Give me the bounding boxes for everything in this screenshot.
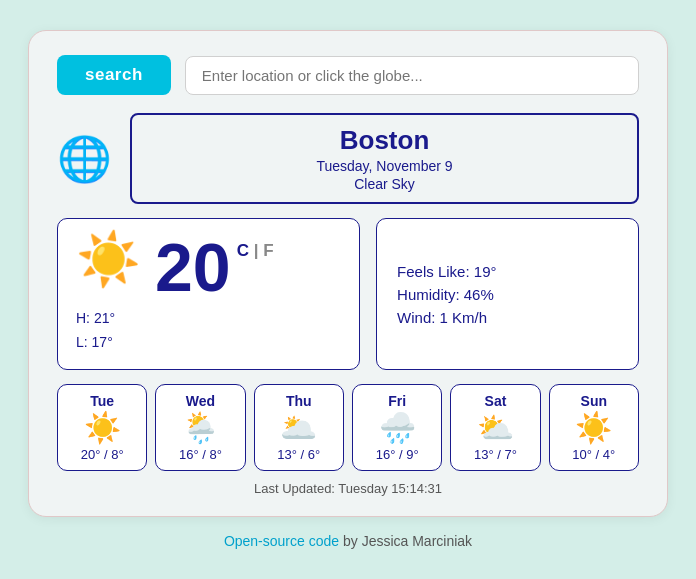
forecast-day-label: Fri (388, 393, 406, 409)
location-box: Boston Tuesday, November 9 Clear Sky (130, 113, 639, 204)
details-box: Feels Like: 19° Humidity: 46% Wind: 1 Km… (376, 218, 639, 370)
forecast-row: Tue ☀️ 20° / 8° Wed 🌦️ 16° / 8° Thu 🌥️ 1… (57, 384, 639, 471)
weather-card: search 🌐 Boston Tuesday, November 9 Clea… (28, 30, 668, 517)
fahrenheit-label[interactable]: F (263, 241, 273, 260)
wind: Wind: 1 Km/h (397, 309, 618, 326)
forecast-card: Sat ⛅ 13° / 7° (450, 384, 540, 471)
humidity: Humidity: 46% (397, 286, 618, 303)
current-weather-icon: ☀️ (76, 233, 141, 285)
forecast-day-label: Tue (90, 393, 114, 409)
temp-row: ☀️ 20 C | F (76, 233, 274, 301)
last-updated: Last Updated: Tuesday 15:14:31 (57, 481, 639, 496)
feels-like: Feels Like: 19° (397, 263, 618, 280)
open-source-link[interactable]: Open-source code (224, 533, 339, 549)
footer-by: by Jessica Marciniak (339, 533, 472, 549)
forecast-weather-icon: 🌧️ (379, 413, 416, 443)
temperature-value: 20 (155, 233, 231, 301)
low-temp: L: 17° (76, 331, 115, 355)
search-row: search (57, 55, 639, 95)
celsius-label[interactable]: C (237, 241, 249, 260)
forecast-day-label: Thu (286, 393, 312, 409)
search-button[interactable]: search (57, 55, 171, 95)
forecast-temps: 16° / 9° (376, 447, 419, 462)
search-input[interactable] (185, 56, 639, 95)
temp-unit: C | F (237, 241, 274, 261)
high-temp: H: 21° (76, 307, 115, 331)
forecast-day-label: Sun (581, 393, 607, 409)
forecast-card: Wed 🌦️ 16° / 8° (155, 384, 245, 471)
forecast-weather-icon: ☀️ (575, 413, 612, 443)
city-name: Boston (152, 125, 617, 156)
unit-separator: | (254, 241, 263, 260)
forecast-temps: 13° / 6° (277, 447, 320, 462)
forecast-temps: 16° / 8° (179, 447, 222, 462)
forecast-temps: 20° / 8° (81, 447, 124, 462)
location-row: 🌐 Boston Tuesday, November 9 Clear Sky (57, 113, 639, 204)
forecast-card: Sun ☀️ 10° / 4° (549, 384, 639, 471)
forecast-card: Thu 🌥️ 13° / 6° (254, 384, 344, 471)
forecast-weather-icon: ⛅ (477, 413, 514, 443)
forecast-day-label: Wed (186, 393, 215, 409)
high-low: H: 21° L: 17° (76, 307, 115, 355)
main-weather-row: ☀️ 20 C | F H: 21° L: 17° Feels Like: 19… (57, 218, 639, 370)
temperature-box: ☀️ 20 C | F H: 21° L: 17° (57, 218, 360, 370)
forecast-card: Tue ☀️ 20° / 8° (57, 384, 147, 471)
forecast-weather-icon: 🌥️ (280, 413, 317, 443)
forecast-day-label: Sat (485, 393, 507, 409)
forecast-temps: 13° / 7° (474, 447, 517, 462)
globe-icon[interactable]: 🌐 (57, 137, 112, 181)
forecast-weather-icon: 🌦️ (182, 413, 219, 443)
condition-info: Clear Sky (152, 176, 617, 192)
date-info: Tuesday, November 9 (152, 158, 617, 174)
forecast-card: Fri 🌧️ 16° / 9° (352, 384, 442, 471)
footer: Open-source code by Jessica Marciniak (224, 533, 472, 549)
forecast-weather-icon: ☀️ (84, 413, 121, 443)
forecast-temps: 10° / 4° (572, 447, 615, 462)
